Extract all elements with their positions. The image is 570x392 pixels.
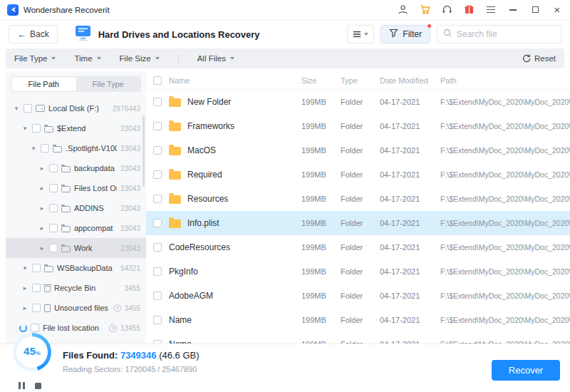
cart-icon[interactable]: [419, 4, 430, 16]
filter-button[interactable]: Filter: [380, 25, 430, 43]
tree-item-files-lost[interactable]: Files Lost Origri... 23043: [6, 178, 146, 198]
support-headset-icon[interactable]: [441, 4, 452, 16]
cell-name: MacOS: [187, 145, 301, 155]
cell-path: F:\$Extend\MyDoc_2020\MyDoc_2020\M...: [440, 98, 570, 106]
toolbar: ← Back Hard Drives and Locations Recover…: [0, 20, 570, 48]
tree-item-work[interactable]: Work 23043: [6, 238, 146, 258]
table-row[interactable]: Resources 199MB Folder 04-17-2021 F:\$Ex…: [146, 187, 570, 211]
column-size: Size: [301, 76, 341, 85]
checkbox[interactable]: [49, 184, 58, 192]
help-icon[interactable]: [109, 324, 117, 332]
cell-name: Name: [169, 315, 301, 325]
tree-count: 23043: [120, 205, 140, 212]
maximize-button[interactable]: [529, 4, 541, 16]
sidebar-tabs: File Path File Type: [11, 76, 141, 92]
table-row[interactable]: Required 199MB Folder 04-17-2021 F:\$Ext…: [146, 163, 570, 187]
checkbox[interactable]: [153, 98, 162, 106]
account-icon[interactable]: [397, 4, 408, 16]
pause-button[interactable]: [19, 382, 25, 389]
tree-item-backupdata[interactable]: backupdata 23043: [6, 158, 146, 178]
checkbox[interactable]: [49, 164, 58, 172]
select-all-checkbox[interactable]: [153, 76, 162, 85]
chevron-collapsed-icon[interactable]: [21, 284, 28, 292]
chevron-collapsed-icon[interactable]: [38, 205, 46, 212]
folder-icon: [61, 246, 71, 252]
checkbox[interactable]: [153, 146, 162, 155]
checkbox[interactable]: [49, 244, 58, 252]
tree-label: appcompat: [74, 224, 117, 232]
search-box[interactable]: [437, 25, 561, 43]
stop-button[interactable]: [35, 383, 41, 389]
tree-item-local-disk[interactable]: Local Disk (F:) 2976443: [6, 98, 146, 118]
chevron-expanded-icon[interactable]: [21, 125, 28, 132]
chevron-collapsed-icon[interactable]: [38, 225, 46, 232]
checkbox[interactable]: [153, 219, 162, 227]
folder-icon: [61, 166, 71, 172]
minimize-button[interactable]: [507, 4, 519, 16]
table-row[interactable]: CodeResources 199MB Folder 04-17-2021 F:…: [146, 235, 570, 259]
tree-item-addins[interactable]: ADDINS 23043: [6, 198, 146, 218]
checkbox[interactable]: [32, 284, 41, 292]
search-input[interactable]: [457, 29, 555, 39]
filter-file-type[interactable]: File Type: [14, 54, 56, 63]
chevron-expanded-icon[interactable]: [13, 105, 20, 112]
table-row[interactable]: PkgInfo 199MB Folder 04-17-2021 F:\$Exte…: [146, 259, 570, 284]
table-row[interactable]: MacOS 199MB Folder 04-17-2021 F:\$Extend…: [146, 138, 570, 163]
checkbox[interactable]: [49, 224, 58, 232]
table-row-selected[interactable]: Info.plist 199MB Folder 04-17-2021 F:\$E…: [146, 211, 570, 235]
file-table: Name Size Type Date Modified Path New Fo…: [146, 71, 570, 344]
chevron-collapsed-icon[interactable]: [38, 244, 46, 252]
checkbox[interactable]: [153, 267, 162, 276]
sidebar-scrollbar[interactable]: [142, 115, 145, 187]
back-button[interactable]: ← Back: [9, 25, 58, 43]
table-row[interactable]: AdobeAGM 199MB Folder 04-17-2021 F:\$Ext…: [146, 284, 570, 308]
recover-button[interactable]: Recover: [492, 360, 560, 381]
chevron-expanded-icon[interactable]: [30, 145, 37, 152]
checkbox[interactable]: [31, 324, 39, 332]
gift-icon[interactable]: [463, 4, 475, 16]
table-row[interactable]: New Folder 199MB Folder 04-17-2021 F:\$E…: [146, 90, 570, 114]
titlebar: Wondershare Recoverit ×: [0, 0, 570, 20]
checkbox[interactable]: [32, 264, 41, 272]
table-row[interactable]: Name 199MB Folder 04-17-2021 F:\$Extend\…: [146, 308, 570, 332]
checkbox[interactable]: [32, 124, 41, 133]
chevron-collapsed-icon[interactable]: [38, 185, 46, 192]
folder-icon: [169, 98, 181, 107]
tree-label: File lost location: [43, 324, 105, 332]
checkbox[interactable]: [24, 104, 32, 113]
tree-item-extend[interactable]: $Extend 23043: [6, 118, 146, 138]
checkbox[interactable]: [153, 292, 162, 300]
checkbox[interactable]: [153, 122, 162, 130]
tree-item-spotlight[interactable]: .Spotlight-V10000... 23043: [6, 138, 146, 158]
close-button[interactable]: ×: [551, 4, 563, 16]
cell-size: 199MB: [301, 122, 341, 130]
tree-item-appcompat[interactable]: appcompat 23043: [6, 218, 146, 238]
filter-time[interactable]: Time: [74, 54, 100, 63]
checkbox[interactable]: [32, 304, 41, 312]
cell-type: Folder: [341, 98, 380, 106]
tab-file-type[interactable]: File Type: [76, 77, 141, 91]
help-icon[interactable]: [113, 304, 121, 312]
tree-item-recycle-bin[interactable]: Recycle Bin 3455: [6, 278, 146, 298]
filter-all-files[interactable]: All Files: [197, 54, 234, 63]
tree-item-wsbackupdata[interactable]: WSBackupData 54321: [6, 258, 146, 278]
checkbox[interactable]: [41, 144, 49, 153]
table-row[interactable]: Name 199MB Folder 04-17-2021 F:\$Extend\…: [146, 332, 570, 344]
checkbox[interactable]: [153, 316, 162, 324]
cell-path: F:\$Extend\MyDoc_2020\MyDoc_2020\M...: [440, 267, 570, 276]
chevron-expanded-icon[interactable]: [21, 264, 28, 272]
filter-file-size[interactable]: File Size: [120, 54, 160, 63]
column-path: Path: [440, 76, 570, 85]
checkbox[interactable]: [153, 243, 162, 252]
view-options-button[interactable]: [347, 25, 374, 43]
tab-file-path[interactable]: File Path: [11, 77, 76, 91]
reset-button[interactable]: Reset: [522, 53, 556, 64]
checkbox[interactable]: [49, 204, 58, 212]
tree-item-unsourced-files[interactable]: Unsourced files 3455: [6, 298, 146, 318]
chevron-collapsed-icon[interactable]: [21, 304, 28, 311]
table-row[interactable]: Frameworks 199MB Folder 04-17-2021 F:\$E…: [146, 114, 570, 138]
chevron-collapsed-icon[interactable]: [38, 165, 46, 172]
checkbox[interactable]: [153, 195, 162, 203]
checkbox[interactable]: [153, 170, 162, 179]
menu-icon[interactable]: [485, 4, 497, 16]
